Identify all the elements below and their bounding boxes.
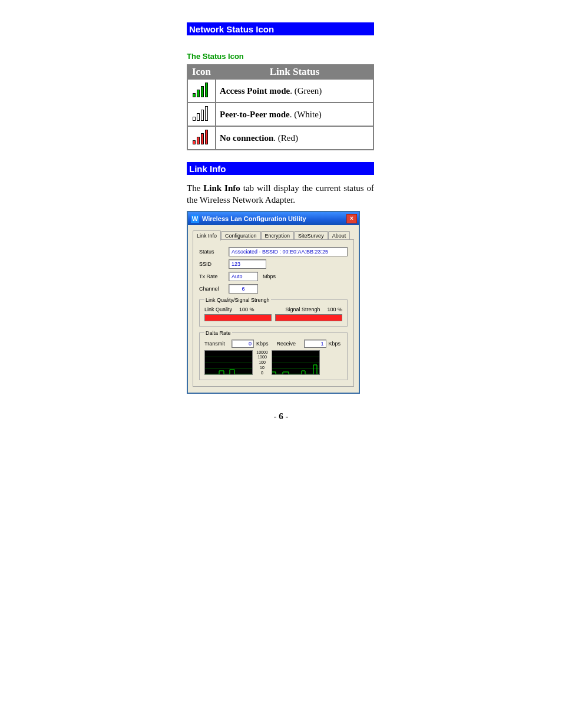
- channel-field: 6: [229, 284, 258, 294]
- wireless-utility-dialog: W Wireless Lan Configuration Utility × L…: [187, 211, 360, 394]
- titlebar[interactable]: W Wireless Lan Configuration Utility ×: [188, 211, 359, 225]
- status-icon-table: Icon Link Status Access Point mode. (Gre…: [187, 64, 374, 150]
- value-signal-strength: 100 %: [327, 307, 342, 312]
- value-link-quality: 100 %: [239, 307, 254, 312]
- chart-transmit: [204, 350, 253, 375]
- subheading-status-icon: The Status Icon: [187, 52, 374, 61]
- tab-linkinfo[interactable]: Link Info: [193, 230, 221, 241]
- data-rate-values: Transmit 0 Kbps Receive 1 Kbps: [204, 340, 342, 348]
- status-desc-bold: Access Point mode: [220, 86, 290, 95]
- legend-datarate: Dalta Rate: [204, 330, 232, 336]
- status-field: Associated - BSSID : 00:E0:AA:BB:23:25: [229, 247, 348, 256]
- th-icon: Icon: [187, 65, 216, 79]
- signal-bars-icon: [191, 104, 211, 122]
- tab-sitesurvey[interactable]: SiteSurvey: [294, 231, 328, 240]
- heading-link-info: Link Info: [187, 162, 374, 175]
- heading-text: Link Info: [189, 164, 226, 174]
- close-icon[interactable]: ×: [346, 214, 357, 223]
- yscale-val: 100: [254, 360, 270, 364]
- chart-yscale: 10000 1000 100 10 0: [253, 350, 272, 375]
- legend-quality: Link Quality/Signal Strengh: [204, 297, 271, 303]
- yscale-val: 0: [254, 371, 270, 375]
- group-data-rate: Dalta Rate Transmit 0 Kbps Receive 1 Kbp…: [199, 330, 348, 380]
- status-desc: Peer-to-Peer mode. (White): [216, 103, 373, 126]
- page-number: - 6 -: [0, 411, 562, 421]
- table-row: Access Point mode. (Green): [187, 79, 373, 103]
- label-link-quality: Link Quality: [204, 307, 232, 312]
- row-ssid: SSID 123: [199, 259, 348, 269]
- quality-labels: Link Quality 100 % Signal Strengh 100 %: [204, 307, 342, 312]
- tab-encryption[interactable]: Encryption: [261, 231, 295, 240]
- heading-text: Network Status Icon: [189, 24, 274, 34]
- status-desc-suffix: . (White): [290, 110, 322, 119]
- unit-receive: Kbps: [329, 341, 341, 347]
- unit-transmit: Kbps: [256, 341, 269, 347]
- page: Network Status Icon The Status Icon Icon…: [0, 0, 562, 728]
- window-title: Wireless Lan Configuration Utility: [202, 215, 346, 222]
- th-link-status: Link Status: [216, 65, 373, 79]
- para-pre: The: [187, 183, 203, 193]
- data-rate-charts: 10000 1000 100 10 0: [204, 350, 342, 375]
- content-column: Network Status Icon The Status Icon Icon…: [187, 22, 374, 394]
- status-icon-red: [187, 126, 216, 150]
- tab-strip: Link Info Configuration Encryption SiteS…: [188, 225, 359, 240]
- table-row: No connection. (Red): [187, 126, 373, 150]
- row-channel: Channel 6: [199, 284, 348, 294]
- yscale-val: 10000: [254, 350, 270, 354]
- label-receive: Receive: [277, 341, 304, 347]
- ssid-field: 123: [229, 259, 266, 269]
- yscale-val: 1000: [254, 355, 270, 359]
- row-txrate: Tx Rate Auto Mbps: [199, 272, 348, 281]
- progress-signal-strength: [275, 314, 342, 321]
- label-transmit: Transmit: [204, 341, 232, 347]
- label-channel: Channel: [199, 286, 229, 292]
- para-bold: Link Info: [203, 183, 240, 193]
- status-desc: No connection. (Red): [216, 126, 373, 150]
- status-desc-suffix: . (Red): [273, 133, 298, 143]
- signal-bars-icon: [191, 128, 211, 146]
- progress-link-quality: [204, 314, 272, 321]
- signal-bars-icon: [191, 81, 211, 98]
- label-ssid: SSID: [199, 261, 229, 267]
- status-icon-white: [187, 103, 216, 126]
- status-desc-bold: No connection: [220, 133, 273, 143]
- group-link-quality: Link Quality/Signal Strengh Link Quality…: [199, 297, 348, 327]
- tab-about[interactable]: About: [328, 231, 351, 240]
- status-desc: Access Point mode. (Green): [216, 79, 373, 103]
- txrate-field: Auto: [229, 272, 258, 281]
- chart-receive: [272, 350, 320, 375]
- status-desc-bold: Peer-to-Peer mode: [220, 110, 290, 119]
- table-header: Icon Link Status: [187, 65, 373, 79]
- paragraph: The Link Info tab will display the curre…: [187, 182, 374, 206]
- table-row: Peer-to-Peer mode. (White): [187, 103, 373, 126]
- tab-configuration[interactable]: Configuration: [221, 231, 261, 240]
- value-receive: 1: [304, 340, 326, 348]
- row-status: Status Associated - BSSID : 00:E0:AA:BB:…: [199, 247, 348, 256]
- page-dash: -: [283, 411, 289, 421]
- txrate-unit: Mbps: [263, 274, 276, 279]
- status-icon-green: [187, 79, 216, 103]
- app-icon: W: [191, 215, 199, 223]
- label-status: Status: [199, 249, 229, 255]
- page-num: 6: [279, 411, 283, 421]
- heading-network-status-icon: Network Status Icon: [187, 22, 374, 35]
- label-txrate: Tx Rate: [199, 274, 229, 279]
- label-signal-strength: Signal Strengh: [285, 307, 320, 312]
- page-dash: -: [274, 411, 279, 421]
- tab-panel-linkinfo: Status Associated - BSSID : 00:E0:AA:BB:…: [193, 240, 354, 387]
- yscale-val: 10: [254, 365, 270, 370]
- value-transmit: 0: [232, 340, 254, 348]
- status-desc-suffix: . (Green): [290, 86, 322, 95]
